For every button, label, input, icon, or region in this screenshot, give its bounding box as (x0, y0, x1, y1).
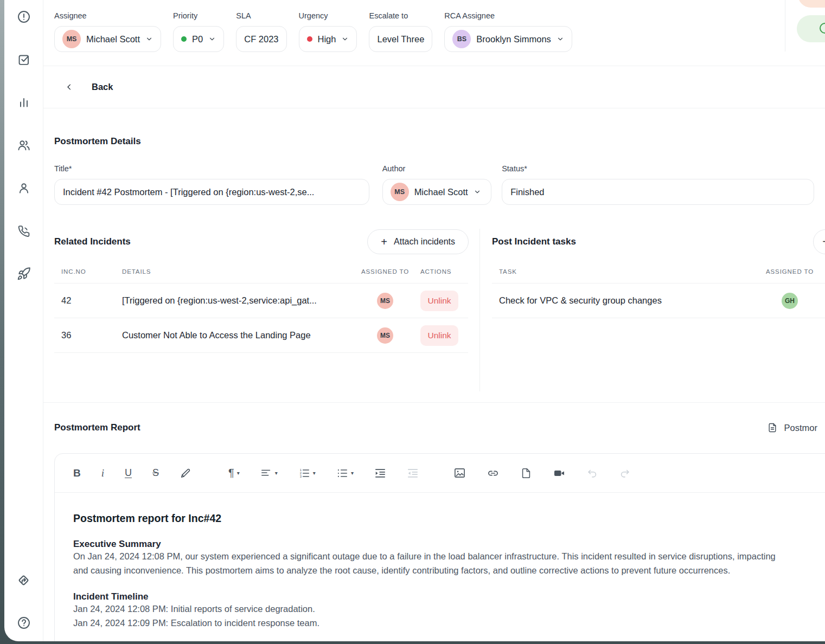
topbar-divider (785, 0, 785, 51)
chevron-left-icon[interactable] (65, 83, 73, 91)
title-input[interactable] (54, 179, 369, 205)
rca-assignee-select[interactable]: BS Brooklyn Simmons (444, 26, 572, 52)
italic-button[interactable]: i (101, 467, 104, 479)
bold-button[interactable]: B (73, 467, 81, 479)
phone-call-icon (17, 224, 30, 238)
insert-link-button[interactable] (487, 467, 500, 480)
attach-file-button[interactable] (520, 467, 532, 479)
sidebar-item-analytics[interactable] (16, 95, 31, 110)
postmortem-template-link[interactable]: Postmor (767, 422, 817, 433)
sla-value-box[interactable]: CF 2023 (236, 26, 286, 52)
sidebar-item-tasks[interactable] (16, 52, 31, 67)
priority-select[interactable]: P0 (173, 26, 224, 52)
col-inc-no: INC.NO (61, 268, 122, 275)
document-icon (767, 422, 778, 433)
redo-button[interactable] (619, 467, 631, 479)
assignee-value: Michael Scott (86, 34, 140, 44)
attach-incidents-label: Attach incidents (394, 237, 455, 247)
sla-value: CF 2023 (244, 34, 278, 44)
sidebar-item-users[interactable] (16, 181, 31, 196)
chevron-down-icon (145, 35, 153, 43)
svg-text:3: 3 (300, 474, 302, 478)
sidebar-item-getting-started[interactable] (16, 572, 31, 588)
outdent-button[interactable] (407, 467, 419, 479)
highlighter-button[interactable] (180, 467, 191, 479)
attach-incidents-button[interactable]: + Attach incidents (367, 229, 469, 254)
insert-image-button[interactable] (453, 467, 466, 479)
chevron-down-icon (208, 35, 216, 43)
file-icon (520, 467, 532, 479)
postmortem-details-section: Postmortem Details Title* Author MS Mich… (43, 136, 825, 205)
topbar-cut-button-orange[interactable] (798, 0, 825, 8)
caret-down-icon: ▾ (275, 470, 278, 476)
sidebar-item-teams[interactable] (16, 138, 31, 153)
text-align-button[interactable]: ▾ (260, 467, 278, 479)
table-row: 42 [Triggered on {region:us-west-2,servi… (54, 284, 468, 318)
post-incident-tasks-section: Post Incident tasks + TASK ASSIGNED TO C… (480, 226, 825, 402)
sidebar-item-oncall[interactable] (16, 223, 31, 239)
sidebar-item-runbooks[interactable] (16, 266, 31, 281)
postmortem-details-heading: Postmortem Details (54, 136, 814, 147)
alert-circle-icon (17, 10, 31, 24)
insert-video-button[interactable] (553, 467, 566, 480)
editor-document[interactable]: Postmortem report for Inc#42 Executive S… (55, 493, 825, 630)
underline-button[interactable]: U (125, 467, 132, 479)
undo-button[interactable] (586, 467, 598, 479)
related-incidents-table-header: INC.NO DETAILS ASSIGNED TO ACTIONS (54, 254, 468, 284)
title-field: Title* (54, 164, 369, 205)
unlink-button[interactable]: Unlink (420, 325, 458, 346)
task-check-icon (17, 53, 31, 67)
indent-button[interactable] (374, 467, 386, 479)
urgency-field: Urgency High (299, 11, 357, 66)
rca-assignee-label: RCA Assignee (444, 11, 572, 20)
outdent-icon (407, 467, 419, 479)
related-incidents-heading: Related Incidents (54, 236, 131, 247)
author-select[interactable]: MS Michael Scott (382, 179, 492, 205)
escalate-to-label: Escalate to (369, 11, 432, 20)
image-icon (453, 467, 466, 479)
sla-field: SLA CF 2023 (236, 11, 286, 66)
video-camera-icon (553, 467, 566, 480)
strikethrough-button[interactable]: S (152, 467, 159, 479)
chevron-down-icon (474, 188, 481, 196)
priority-label: Priority (173, 11, 224, 20)
bar-chart-icon (17, 95, 31, 110)
urgency-select[interactable]: High (299, 26, 357, 52)
assignee-select[interactable]: MS Michael Scott (54, 26, 161, 52)
chevron-down-icon (557, 35, 564, 43)
paragraph-style-button[interactable]: ¶▾ (228, 467, 240, 479)
back-row: Back (43, 66, 825, 108)
col-assigned-to: ASSIGNED TO (350, 268, 420, 275)
back-button[interactable]: Back (92, 82, 113, 92)
status-input[interactable] (502, 179, 814, 205)
topbar-cut-button-green[interactable] (797, 15, 825, 42)
table-row: Check for VPC & security group changes G… (492, 284, 825, 318)
escalate-to-value-box[interactable]: Level Three (369, 26, 432, 52)
ordered-list-button[interactable]: 123▾ (298, 467, 316, 479)
rich-text-editor: B i U S ¶▾ ▾ 123▾ ▾ (54, 453, 825, 641)
indent-icon (374, 467, 386, 479)
rocket-icon (17, 267, 31, 281)
col-assigned-to: ASSIGNED TO (754, 268, 825, 275)
section-heading: Incident Timeline (73, 591, 825, 602)
bullet-list-icon (336, 467, 348, 479)
check-circle-icon (820, 23, 825, 34)
document-title: Postmortem report for Inc#42 (73, 512, 825, 525)
assignee-field: Assignee MS Michael Scott (54, 11, 161, 66)
rca-assignee-value: Brooklyn Simmons (476, 34, 551, 44)
priority-value: P0 (192, 34, 203, 44)
sidebar-item-help[interactable] (16, 615, 31, 630)
tasks-table-header: TASK ASSIGNED TO (492, 254, 825, 284)
bullet-list-button[interactable]: ▾ (336, 467, 354, 479)
incident-attribute-bar: Assignee MS Michael Scott Priority P0 SL… (43, 0, 825, 66)
assigned-avatar: GH (782, 293, 798, 309)
sidebar-item-incidents[interactable] (16, 9, 31, 24)
unlink-button[interactable]: Unlink (420, 291, 458, 311)
author-value: Michael Scott (414, 187, 468, 197)
avatar: BS (452, 30, 471, 48)
user-icon (17, 181, 31, 195)
urgency-label: Urgency (299, 11, 357, 20)
incident-details: [Triggered on {region:us-west-2,service:… (122, 295, 350, 306)
col-task: TASK (499, 268, 754, 275)
navigation-diamond-icon (16, 573, 31, 588)
